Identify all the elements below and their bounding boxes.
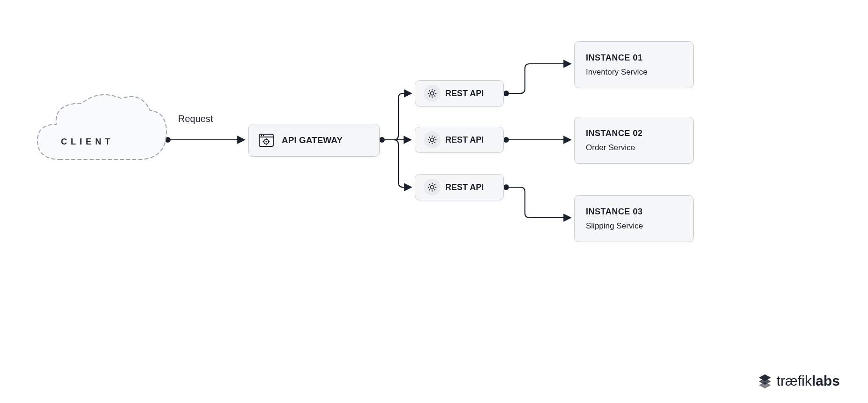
svg-point-36 — [430, 185, 434, 189]
instance-box-2: INSTANCE 02 Order Service — [574, 117, 694, 164]
rest-api-box-3: REST API — [415, 174, 504, 200]
connector-lines — [0, 0, 868, 403]
instance-title: INSTANCE 03 — [586, 207, 643, 217]
svg-point-18 — [430, 91, 434, 95]
rest-api-label: REST API — [445, 89, 484, 99]
client-label: CLIENT — [61, 137, 114, 147]
brand-logo: træfiklabs — [757, 373, 840, 389]
svg-point-7 — [503, 184, 509, 190]
instance-title: INSTANCE 02 — [586, 129, 643, 138]
svg-line-44 — [434, 184, 435, 185]
svg-line-43 — [429, 190, 430, 190]
svg-line-42 — [434, 190, 435, 190]
cloud-icon — [33, 84, 169, 178]
gear-icon — [424, 85, 441, 102]
rest-api-label: REST API — [445, 182, 484, 192]
diagram-canvas: CLIENT Request API GATEWAY — [0, 0, 868, 403]
svg-line-23 — [429, 90, 430, 91]
gear-icon — [424, 131, 441, 148]
gateway-icon — [257, 131, 275, 149]
instance-box-3: INSTANCE 03 Slipping Service — [574, 195, 694, 242]
svg-line-32 — [429, 137, 430, 137]
client-cloud — [33, 84, 169, 178]
svg-point-11 — [263, 135, 264, 136]
svg-line-24 — [434, 96, 435, 97]
svg-line-33 — [434, 142, 435, 143]
api-gateway-box: API GATEWAY — [248, 124, 380, 157]
request-label: Request — [178, 114, 213, 124]
brand-text-1: træfik — [777, 373, 812, 388]
svg-point-5 — [503, 137, 509, 143]
traefik-logo-icon — [757, 373, 773, 389]
instance-subtitle: Slipping Service — [586, 221, 643, 231]
svg-line-34 — [429, 142, 430, 143]
svg-line-41 — [429, 184, 430, 185]
gateway-label: API GATEWAY — [282, 135, 343, 145]
rest-api-box-2: REST API — [415, 127, 504, 153]
svg-point-13 — [265, 141, 267, 142]
svg-point-4 — [503, 91, 509, 96]
rest-api-box-1: REST API — [415, 80, 504, 106]
gear-icon — [424, 179, 441, 196]
svg-point-27 — [430, 138, 434, 141]
svg-line-25 — [429, 96, 430, 97]
svg-point-10 — [261, 135, 262, 136]
brand-text-2: labs — [812, 373, 840, 388]
svg-point-2 — [379, 137, 385, 143]
rest-api-label: REST API — [445, 135, 484, 145]
instance-box-1: INSTANCE 01 Inventory Service — [574, 41, 694, 88]
instance-subtitle: Inventory Service — [586, 68, 647, 77]
svg-line-26 — [434, 90, 435, 91]
instance-title: INSTANCE 01 — [586, 53, 643, 63]
instance-subtitle: Order Service — [586, 143, 635, 152]
svg-line-35 — [434, 137, 435, 137]
